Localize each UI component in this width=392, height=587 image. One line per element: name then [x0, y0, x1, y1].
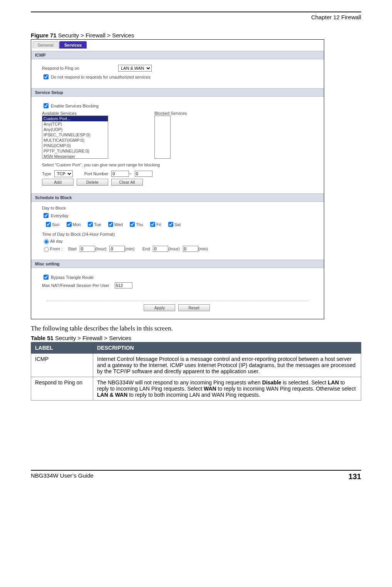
start-label: Start — [68, 247, 77, 251]
section-service-header: Service Setup — [31, 88, 324, 97]
port-number-label: Port Number — [84, 171, 108, 176]
after-figure-text: The following table describes the labels… — [31, 325, 361, 332]
reset-button[interactable]: Reset — [178, 304, 210, 311]
day-tue-checkbox[interactable] — [88, 222, 93, 227]
cell-description: The NBG334W will not respond to any inco… — [93, 377, 361, 401]
section-misc-header: Misc setting — [31, 260, 324, 268]
list-item[interactable]: Any(TCP) — [42, 121, 108, 127]
max-session-input[interactable] — [115, 282, 132, 288]
allday-radio[interactable] — [44, 239, 49, 244]
type-select[interactable]: TCP — [54, 170, 73, 177]
day-sun-label: Sun — [52, 222, 60, 227]
end-label: End — [142, 247, 150, 251]
th-label: LABEL — [31, 342, 93, 354]
from-label: From : — [50, 247, 62, 251]
available-services-list[interactable]: Custom Port... Any(TCP) Any(UDP) IPSEC_T… — [42, 116, 108, 159]
day-tue-label: Tue — [94, 222, 101, 227]
day-sat-checkbox[interactable] — [168, 222, 173, 227]
blocked-services-list[interactable] — [154, 116, 171, 159]
min-unit: (min) — [125, 247, 134, 251]
from-radio[interactable] — [44, 247, 49, 252]
day-thu-label: Thu — [136, 222, 143, 227]
day-thu-checkbox[interactable] — [130, 222, 135, 227]
table-caption: Table 51 Security > Firewall > Services — [31, 335, 361, 341]
available-services-label: Available Services — [42, 111, 108, 116]
guide-name: NBG334W User’s Guide — [31, 472, 94, 481]
section-schedule-header: Schedule to Block — [31, 193, 324, 202]
list-item[interactable]: Custom Port... — [42, 116, 108, 121]
figure-title: Security > Firewall > Services — [57, 32, 134, 39]
time-of-day-label: Time of Day to Block (24-Hour Format) — [42, 232, 313, 236]
port-from-input[interactable] — [111, 171, 129, 177]
custom-port-hint: Select "Custom Port", you can give new p… — [42, 163, 160, 167]
no-respond-checkbox[interactable] — [44, 74, 49, 79]
bypass-triangle-checkbox[interactable] — [44, 275, 49, 280]
day-mon-label: Mon — [73, 222, 81, 227]
blocked-services-label: Blocked Services — [154, 111, 187, 116]
chapter-header: Chapter 12 Firewall — [31, 14, 361, 20]
respond-to-ping-select[interactable]: LAN & WAN — [118, 65, 152, 72]
everyday-checkbox[interactable] — [44, 213, 49, 218]
list-item[interactable]: PING(ICMP:0) — [42, 143, 108, 148]
everyday-label: Everyday — [51, 213, 69, 218]
enable-blocking-label: Enable Services Blocking — [51, 104, 99, 108]
day-wed-checkbox[interactable] — [108, 222, 113, 227]
hour-unit: (hour) — [95, 247, 106, 251]
page-footer: NBG334W User’s Guide 131 — [31, 470, 361, 481]
table-row: Respond to Ping on The NBG334W will not … — [31, 377, 361, 401]
apply-button[interactable]: Apply — [144, 304, 175, 311]
tab-general[interactable]: General — [33, 41, 59, 49]
min-unit-2: (min) — [198, 247, 208, 251]
port-tilde: ~ — [129, 171, 131, 176]
list-item[interactable]: MULTICAST(IGMP:0) — [42, 138, 108, 143]
page-number: 131 — [348, 472, 361, 481]
list-item[interactable]: MSN Messenger — [42, 154, 108, 159]
day-sun-checkbox[interactable] — [46, 222, 51, 227]
clear-all-button[interactable]: Clear All — [111, 179, 143, 186]
day-fri-label: Fri — [156, 222, 161, 227]
end-hour-input[interactable] — [153, 246, 168, 252]
day-wed-label: Wed — [114, 222, 123, 227]
description-table: LABEL DESCRIPTION ICMP Internet Control … — [31, 342, 361, 401]
respond-to-ping-label: Respond to Ping on — [42, 66, 115, 70]
add-button[interactable]: Add — [42, 179, 74, 186]
bypass-triangle-label: Bypass Triangle Route — [51, 275, 94, 280]
th-description: DESCRIPTION — [93, 342, 361, 354]
day-fri-checkbox[interactable] — [150, 222, 155, 227]
separator — [47, 301, 308, 301]
delete-button[interactable]: Delete — [77, 179, 108, 186]
table-title: Security > Firewall > Services — [54, 335, 131, 341]
section-icmp-header: ICMP — [31, 51, 324, 59]
enable-blocking-checkbox[interactable] — [44, 103, 49, 108]
table-row: ICMP Internet Control Message Protocol i… — [31, 354, 361, 377]
end-min-input[interactable] — [183, 246, 198, 252]
start-hour-input[interactable] — [80, 246, 95, 252]
cell-description: Internet Control Message Protocol is a m… — [93, 354, 361, 377]
max-session-label: Max NAT/Firewall Session Per User — [42, 283, 109, 288]
figure-number: Figure 71 — [31, 32, 57, 39]
allday-label: All day — [50, 239, 63, 243]
cell-label: ICMP — [31, 354, 93, 377]
tab-bar: General Services — [31, 40, 324, 49]
day-mon-checkbox[interactable] — [67, 222, 72, 227]
port-to-input[interactable] — [135, 171, 152, 177]
tab-services[interactable]: Services — [59, 41, 87, 49]
list-item[interactable]: IPSEC_TUNNEL(ESP:0) — [42, 132, 108, 138]
cell-label: Respond to Ping on — [31, 377, 93, 401]
figure-caption: Figure 71 Security > Firewall > Services — [31, 32, 361, 39]
list-item[interactable]: PPTP_TUNNEL(GRE:0) — [42, 148, 108, 154]
day-to-block-label: Day to Block — [42, 206, 313, 210]
type-label: Type — [42, 171, 51, 176]
no-respond-label: Do not respond to requests for unauthori… — [51, 75, 151, 79]
list-item[interactable]: Any(UDP) — [42, 127, 108, 132]
screenshot-frame: General Services ICMP Respond to Ping on… — [31, 39, 324, 319]
day-sat-label: Sat — [174, 222, 181, 227]
start-min-input[interactable] — [109, 246, 125, 252]
hour-unit-2: (hour) — [168, 247, 179, 251]
table-number: Table 51 — [31, 335, 54, 341]
